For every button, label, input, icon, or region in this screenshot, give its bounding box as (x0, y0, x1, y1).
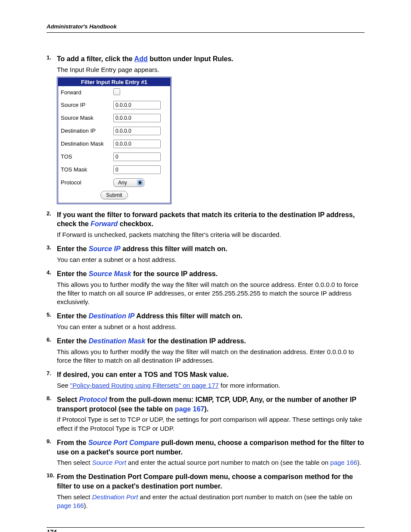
step-title: If you want the filter to forward packet… (57, 210, 364, 229)
text: address this filter will match on. (121, 245, 227, 252)
text: Enter the (57, 270, 89, 277)
footer-rule (47, 527, 364, 528)
text: Enter the (57, 312, 89, 320)
forward-term: Forward (90, 220, 118, 227)
source-ip-input[interactable] (113, 101, 161, 109)
tos-input[interactable] (113, 152, 161, 161)
page-166-link[interactable]: page 166 (57, 502, 84, 509)
row-label-protocol: Protocol (58, 176, 111, 189)
text: Select (57, 396, 79, 403)
text: To add a filter, click the (57, 55, 134, 62)
row-label-dest-mask: Destination Mask (58, 137, 111, 150)
dest-ip-input[interactable] (113, 127, 161, 135)
step-body: This allows you to further modify the wa… (57, 348, 364, 365)
destination-ip-term: Destination IP (89, 312, 135, 320)
filter-rule-panel: Filter Input Rule Entry #1 Forward Sourc… (57, 77, 171, 204)
text: Then select (57, 493, 92, 501)
step-body: If Protocol Type is set to TCP or UDP, t… (57, 415, 364, 433)
step-title: Select Protocol from the pull-down menu:… (57, 395, 364, 414)
step-2: If you want the filter to forward packet… (47, 210, 364, 239)
source-ip-term: Source IP (89, 245, 121, 252)
running-head: Administrator's Handbook (47, 23, 364, 30)
text: and enter the actual destination port nu… (138, 493, 352, 501)
step-body: Then select Source Port and enter the ac… (57, 458, 364, 467)
select-arrows-icon (137, 180, 143, 186)
document-page: Administrator's Handbook To add a filter… (0, 0, 411, 532)
text: Enter the (57, 337, 89, 345)
step-title: From the Source Port Compare pull-down m… (57, 438, 364, 457)
text: for the source IP address. (131, 270, 218, 277)
step-body: Then select Destination Port and enter t… (57, 493, 364, 510)
forward-checkbox[interactable] (113, 88, 120, 95)
protocol-select[interactable]: Any (113, 178, 144, 187)
page-number: 174 (47, 529, 364, 532)
step-9: From the Source Port Compare pull-down m… (47, 438, 364, 467)
page-166-link[interactable]: page 166 (330, 459, 358, 466)
row-label-tos: TOS (58, 150, 111, 163)
step-4: Enter the Source Mask for the source IP … (47, 269, 364, 306)
panel-table: Forward Source IP Source Mask Destinatio… (58, 86, 170, 203)
text: checkbox. (118, 220, 153, 227)
svg-marker-1 (138, 183, 142, 185)
row-label-forward: Forward (58, 86, 111, 99)
source-port-term: Source Port (92, 459, 126, 466)
step-title: If desired, you can enter a TOS and TOS … (57, 370, 364, 380)
text: for more information. (219, 382, 280, 389)
text: ). (357, 459, 361, 466)
destination-mask-term: Destination Mask (89, 337, 146, 345)
source-mask-input[interactable] (113, 114, 161, 122)
step-8: Select Protocol from the pull-down menu:… (47, 395, 364, 433)
text: and enter the actual source port number … (126, 459, 330, 466)
submit-button[interactable]: Submit (100, 191, 128, 199)
step-title: From the Destination Port Compare pull-d… (57, 472, 364, 491)
text: Address this filter will match on. (134, 312, 242, 320)
step-body: If Forward is unchecked, packets matchin… (57, 230, 364, 239)
page-167-link[interactable]: page 167 (175, 405, 204, 413)
destination-port-term: Destination Port (92, 493, 138, 501)
text: ). (84, 502, 88, 509)
step-1: To add a filter, click the Add button un… (47, 54, 364, 204)
step-3: Enter the Source IP address this filter … (47, 244, 364, 264)
protocol-select-value: Any (118, 180, 127, 186)
step-5: Enter the Destination IP Address this fi… (47, 311, 364, 331)
step-title: Enter the Destination Mask for the desti… (57, 336, 364, 346)
source-port-compare-term: Source Port Compare (88, 439, 159, 446)
text: Then select (57, 459, 92, 466)
row-label-tos-mask: TOS Mask (58, 163, 111, 176)
policy-routing-link[interactable]: "Policy-based Routing using Filtersets" … (70, 382, 219, 389)
text: for the destination IP address. (145, 337, 246, 345)
step-body: The Input Rule Entry page appears. (57, 65, 364, 74)
text: ). (204, 405, 209, 413)
tos-mask-input[interactable] (113, 165, 161, 174)
source-mask-term: Source Mask (89, 270, 131, 277)
step-title: Enter the Source IP address this filter … (57, 244, 364, 254)
step-body: You can enter a subnet or a host address… (57, 255, 364, 264)
step-title: To add a filter, click the Add button un… (57, 54, 364, 64)
panel-title: Filter Input Rule Entry #1 (58, 78, 170, 86)
step-body: You can enter a subnet or a host address… (57, 323, 364, 331)
step-7: If desired, you can enter a TOS and TOS … (47, 370, 364, 390)
step-body: See "Policy-based Routing using Filterse… (57, 381, 364, 390)
row-label-dest-ip: Destination IP (58, 124, 111, 137)
row-label-source-ip: Source IP (58, 99, 111, 112)
add-link[interactable]: Add (134, 55, 148, 62)
header-rule (47, 32, 364, 33)
step-10: From the Destination Port Compare pull-d… (47, 472, 364, 510)
row-label-source-mask: Source Mask (58, 112, 111, 124)
protocol-term: Protocol (79, 396, 107, 403)
steps-list: To add a filter, click the Add button un… (47, 54, 364, 510)
step-body: This allows you to further modify the wa… (57, 280, 364, 307)
text: See (57, 382, 70, 389)
step-title: Enter the Destination IP Address this fi… (57, 311, 364, 321)
step-6: Enter the Destination Mask for the desti… (47, 336, 364, 365)
text: button under Input Rules. (148, 55, 234, 62)
text: From the (57, 439, 88, 446)
step-title: Enter the Source Mask for the source IP … (57, 269, 364, 279)
text: Enter the (57, 245, 89, 252)
dest-mask-input[interactable] (113, 140, 161, 148)
